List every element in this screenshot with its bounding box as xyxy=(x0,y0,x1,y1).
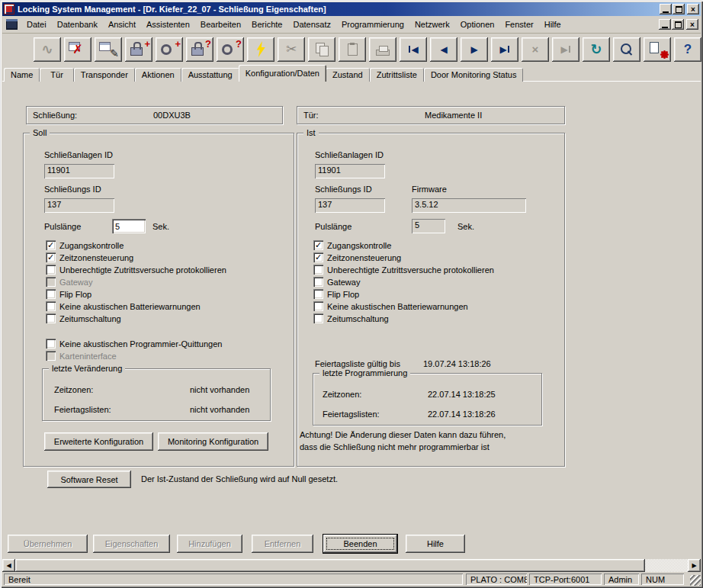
door-label: Tür: xyxy=(303,111,319,120)
read-lock-button[interactable]: ? xyxy=(186,37,213,62)
menu-datensatz[interactable]: Datensatz xyxy=(287,18,336,31)
software-reset-button[interactable]: Software Reset xyxy=(47,471,131,488)
checkbox-box xyxy=(313,265,323,275)
lock-label: Schließung: xyxy=(33,111,77,120)
lock-header-panel: Schließung: 00DXU3B xyxy=(26,106,283,124)
mdi-restore-button[interactable] xyxy=(672,19,684,30)
soll-checkbox-batteriewarnungen[interactable]: Keine akustischen Batteriewarnungen xyxy=(46,301,201,311)
sync-icon: ∿ xyxy=(41,42,53,56)
refresh-button[interactable]: ↻ xyxy=(583,37,610,62)
ist-checkbox-zeitumschaltung[interactable]: Zeitumschaltung xyxy=(313,313,389,323)
skip-forward-button: ▶ xyxy=(552,37,579,62)
menu-programmierung[interactable]: Programmierung xyxy=(336,18,409,31)
ist-checkbox-gateway[interactable]: Gateway xyxy=(313,277,360,287)
filter-settings-button[interactable] xyxy=(644,37,671,62)
minimize-button[interactable] xyxy=(660,4,672,14)
tab-tuer[interactable]: Tür xyxy=(40,68,74,82)
monitoring-configuration-button[interactable]: Monitoring Konfiguration xyxy=(158,432,268,451)
previous-record-button[interactable]: ◀ xyxy=(430,37,457,62)
first-record-button[interactable]: ◀ xyxy=(400,37,427,62)
plus-badge-icon: + xyxy=(144,39,150,49)
tab-konfiguration-daten[interactable]: Konfiguration/Daten xyxy=(239,65,326,82)
resize-grip[interactable] xyxy=(690,575,701,586)
search-button[interactable] xyxy=(613,37,640,62)
soll-feiertagslisten-value: nicht vorhanden xyxy=(190,405,249,414)
soll-lock-id-field: 137 xyxy=(44,198,114,213)
scroll-left-button[interactable]: ◀ xyxy=(2,559,15,572)
checkbox-box xyxy=(46,289,56,299)
menu-datenbank[interactable]: Datenbank xyxy=(52,18,103,31)
tab-ausstattung[interactable]: Ausstattung xyxy=(181,68,239,82)
lightning-icon xyxy=(255,41,267,57)
ist-checkbox-zeitzonensteuerung[interactable]: ✓ Zeitzonensteuerung xyxy=(313,252,401,262)
ist-checkbox-protokollieren[interactable]: Unberechtigte Zutrittsversuche protokoll… xyxy=(313,265,494,275)
door-value: Medikamente II xyxy=(425,111,482,120)
help-footer-button[interactable]: Hilfe xyxy=(406,535,465,553)
soll-system-id-label: Schließanlagen ID xyxy=(44,150,113,159)
soll-checkbox-protokollieren[interactable]: Unberechtigte Zutrittsversuche protokoll… xyxy=(46,265,226,275)
soll-last-change-group: letzte Veränderung Zeitzonen: nicht vorh… xyxy=(42,368,271,421)
delete-record-button[interactable]: ✗ xyxy=(64,37,91,62)
last-record-button[interactable]: ▶ xyxy=(491,37,518,62)
soll-pulse-input[interactable] xyxy=(112,219,146,233)
soll-checkbox-flip-flop[interactable]: Flip Flop xyxy=(46,289,91,299)
tab-zustand[interactable]: Zustand xyxy=(326,68,370,82)
extended-configuration-button[interactable]: Erweiterte Konfiguration xyxy=(44,432,153,451)
help-button[interactable]: ? xyxy=(674,37,701,62)
ist-checkbox-batteriewarnungen[interactable]: Keine akustischen Batteriewarnungen xyxy=(313,301,468,311)
pencil-icon: ✎ xyxy=(110,48,119,59)
search-icon xyxy=(619,42,634,57)
delete-icon: ✗ xyxy=(64,43,91,56)
read-transponder-button[interactable]: ? xyxy=(217,37,244,62)
toolbar: ∿ ✗ ✎ + + ? ? ✂ ◀ ◀ ▶ ▶ × ▶ ↻ ? xyxy=(2,34,701,65)
scroll-right-button[interactable]: ▶ xyxy=(688,559,701,572)
edit-record-button[interactable]: ✎ xyxy=(95,37,122,62)
soll-pulse-unit-label: Sek. xyxy=(152,222,169,231)
menu-ansicht[interactable]: Ansicht xyxy=(103,18,141,31)
checkbox-box: ✓ xyxy=(313,252,323,262)
new-lock-button[interactable]: + xyxy=(125,37,152,62)
mdi-close-button[interactable]: × xyxy=(686,19,698,30)
menu-netzwerk[interactable]: Netzwerk xyxy=(409,18,455,31)
soll-checkbox-zugangskontrolle[interactable]: ✓ Zugangskontrolle xyxy=(46,240,124,250)
last-record-icon: ▶ xyxy=(499,45,506,54)
soll-feiertagslisten-label: Feiertagslisten: xyxy=(54,405,111,414)
question-badge-icon: ? xyxy=(205,39,211,49)
menu-bearbeiten[interactable]: Bearbeiten xyxy=(195,18,246,31)
ist-legend: Ist xyxy=(303,128,319,138)
restore-button[interactable] xyxy=(673,4,685,14)
program-button[interactable] xyxy=(247,37,274,62)
tab-transponder[interactable]: Transponder xyxy=(74,68,135,82)
checkbox-box xyxy=(313,277,323,287)
tab-aktionen[interactable]: Aktionen xyxy=(135,68,181,82)
soll-checkbox-zeitumschaltung[interactable]: Zeitumschaltung xyxy=(46,313,121,323)
soll-checkbox-programmier-quittungen[interactable]: Keine akustischen Programmier-Quittungen xyxy=(46,339,222,349)
tab-name[interactable]: Name xyxy=(4,68,40,82)
menu-hilfe[interactable]: Hilfe xyxy=(539,18,567,31)
ist-checkbox-zugangskontrolle[interactable]: ✓ Zugangskontrolle xyxy=(313,240,391,250)
menu-fenster[interactable]: Fenster xyxy=(499,18,538,31)
close-button[interactable]: × xyxy=(687,4,699,14)
soll-checkbox-zeitzonensteuerung[interactable]: ✓ Zeitzonensteuerung xyxy=(46,252,133,262)
new-transponder-button[interactable]: + xyxy=(156,37,183,62)
soll-zeitzonen-label: Zeitzonen: xyxy=(54,385,93,394)
menu-assistenten[interactable]: Assistenten xyxy=(141,18,195,31)
next-record-button[interactable]: ▶ xyxy=(461,37,488,62)
menu-datei[interactable]: Datei xyxy=(21,18,52,31)
menu-optionen[interactable]: Optionen xyxy=(455,18,500,31)
tab-zutrittsliste[interactable]: Zutrittsliste xyxy=(370,68,424,82)
close-dialog-button[interactable]: Beenden xyxy=(323,535,397,553)
menu-berichte[interactable]: Berichte xyxy=(246,18,287,31)
mdi-minimize-button[interactable] xyxy=(659,19,671,30)
previous-icon: ◀ xyxy=(440,45,447,54)
status-user: Admin xyxy=(604,574,639,585)
scroll-left-icon: ◀ xyxy=(6,562,11,569)
lock-value: 00DXU3B xyxy=(153,111,191,120)
mdi-restore-icon xyxy=(675,21,682,28)
checkbox-box xyxy=(46,277,56,287)
scrollbar-thumb[interactable] xyxy=(15,559,645,572)
ist-checkbox-flip-flop[interactable]: Flip Flop xyxy=(313,289,359,299)
tab-door-monitoring-status[interactable]: Door Monitoring Status xyxy=(424,68,524,82)
status-connection: PLATO : COM8 xyxy=(466,574,527,585)
horizontal-scrollbar[interactable]: ◀ ▶ xyxy=(2,559,701,572)
